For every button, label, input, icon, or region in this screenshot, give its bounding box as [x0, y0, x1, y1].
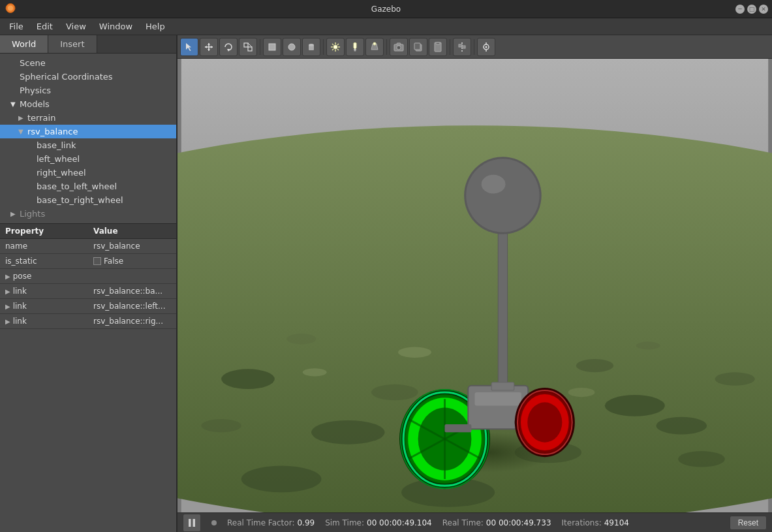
svg-point-60 — [568, 388, 595, 397]
titlebar: Gazebo ─ □ ✕ — [0, 0, 772, 18]
prop-link3-label[interactable]: ▶ link — [0, 314, 88, 328]
tool-directional-light[interactable] — [326, 38, 345, 56]
real-time-label: Real Time: — [442, 518, 484, 527]
tool-spot-light[interactable] — [365, 38, 384, 56]
statusbar: Real Time Factor: 0.99 Sim Time: 00 00:0… — [178, 512, 772, 532]
tab-insert[interactable]: Insert — [48, 35, 97, 53]
tool-camera[interactable] — [390, 38, 408, 56]
toolbar — [178, 35, 772, 59]
tree-label-terrain: terrain — [27, 113, 55, 123]
rtf-label: Real Time Factor: — [227, 518, 294, 527]
svg-rect-36 — [459, 44, 462, 47]
tree-item-physics[interactable]: Physics — [0, 84, 176, 97]
tool-rotate[interactable] — [219, 38, 238, 56]
tool-box[interactable] — [263, 38, 281, 56]
right-panel: Real Time Factor: 0.99 Sim Time: 00 00:0… — [178, 35, 772, 532]
svg-rect-9 — [244, 43, 248, 47]
svg-point-1 — [8, 5, 13, 10]
menu-view[interactable]: View — [59, 20, 93, 33]
tool-paste[interactable] — [429, 38, 447, 56]
prop-link1-value: rsv_balance::ba... — [88, 284, 176, 298]
sim-time-value: 00 00:00:49.104 — [367, 518, 432, 527]
svg-marker-7 — [211, 46, 213, 48]
tree-label-base-link: base_link — [37, 140, 76, 150]
tree-label-models: Models — [20, 99, 50, 109]
svg-rect-12 — [269, 44, 275, 50]
prop-pose-label[interactable]: ▶ pose — [0, 269, 88, 283]
prop-row-link3: ▶ link rsv_balance::rig... — [0, 314, 176, 329]
tree-item-scene[interactable]: Scene — [0, 56, 176, 70]
svg-rect-76 — [445, 424, 472, 432]
tool-point-light[interactable] — [346, 38, 364, 56]
menu-help[interactable]: Help — [139, 20, 172, 33]
svg-point-80 — [466, 159, 539, 232]
svg-point-52 — [371, 384, 418, 401]
tree-item-right-wheel[interactable]: right_wheel — [0, 166, 176, 180]
prop-link2-label[interactable]: ▶ link — [0, 299, 88, 313]
tool-cylinder[interactable] — [302, 38, 320, 56]
tool-scale[interactable] — [239, 38, 257, 56]
tree-item-base-to-right-wheel[interactable]: base_to_right_wheel — [0, 193, 176, 207]
sep5 — [474, 39, 474, 55]
prop-expand-arrow-pose: ▶ — [5, 273, 10, 280]
status-real-time-factor: Real Time Factor: 0.99 — [227, 518, 315, 527]
tool-copy[interactable] — [409, 38, 427, 56]
menu-edit[interactable]: Edit — [30, 20, 59, 33]
tab-bar: World Insert — [0, 35, 176, 54]
tool-translate[interactable] — [200, 38, 218, 56]
minimize-button[interactable]: ─ — [735, 5, 745, 14]
is-static-text: False — [104, 257, 123, 266]
rtf-value: 0.99 — [297, 518, 315, 527]
tree-item-left-wheel[interactable]: left_wheel — [0, 152, 176, 166]
is-static-checkbox[interactable] — [93, 257, 101, 265]
window-controls: ─ □ ✕ — [735, 5, 768, 14]
tree-label-rsv-balance: rsv_balance — [27, 127, 78, 136]
svg-point-16 — [333, 45, 337, 49]
svg-point-81 — [482, 175, 506, 194]
svg-marker-6 — [205, 46, 207, 48]
svg-point-54 — [286, 334, 316, 344]
svg-point-47 — [678, 451, 725, 467]
tree-label-lights: Lights — [20, 209, 45, 219]
tool-align[interactable] — [453, 38, 471, 56]
sep2 — [323, 39, 324, 55]
prop-row-is-static: is_static False — [0, 254, 176, 269]
maximize-button[interactable]: □ — [747, 5, 756, 14]
svg-point-39 — [486, 46, 487, 48]
tree-label-spherical: Spherical Coordinates — [20, 72, 113, 82]
tree-item-terrain[interactable]: ▶ terrain — [0, 111, 176, 125]
tree-item-spherical[interactable]: Spherical Coordinates — [0, 70, 176, 84]
prop-name-value[interactable]: rsv_balance — [88, 239, 176, 253]
tab-world[interactable]: World — [0, 35, 48, 53]
menu-window[interactable]: Window — [93, 20, 139, 33]
tool-select[interactable] — [180, 38, 198, 56]
svg-rect-30 — [397, 43, 401, 45]
tree-item-base-to-left-wheel[interactable]: base_to_left_wheel — [0, 180, 176, 193]
status-iterations: Iterations: 49104 — [562, 518, 629, 527]
menu-file[interactable]: File — [3, 20, 30, 33]
prop-is-static-label: is_static — [0, 254, 88, 268]
reset-button[interactable]: Reset — [730, 516, 767, 530]
tree-item-lights[interactable]: ▶ Lights — [0, 207, 176, 221]
close-button[interactable]: ✕ — [759, 5, 768, 14]
tree-view: Scene Spherical Coordinates Physics ▼ Mo… — [0, 54, 176, 223]
app-title: Gazebo — [371, 5, 401, 14]
tree-item-base-link[interactable]: base_link — [0, 138, 176, 152]
prop-link3-value: rsv_balance::rig... — [88, 314, 176, 328]
svg-point-44 — [221, 369, 275, 389]
tool-snap[interactable] — [477, 38, 495, 56]
tool-sphere[interactable] — [283, 38, 301, 56]
prop-row-pose: ▶ pose — [0, 269, 176, 284]
svg-point-61 — [303, 368, 327, 376]
prop-link1-label[interactable]: ▶ link — [0, 284, 88, 298]
sep4 — [450, 39, 450, 55]
svg-point-46 — [605, 395, 665, 416]
tree-item-rsv-balance[interactable]: ▼ rsv_balance — [0, 125, 176, 138]
tree-item-models[interactable]: ▼ Models — [0, 97, 176, 111]
viewport[interactable] — [178, 59, 772, 512]
pause-button[interactable] — [183, 514, 201, 532]
prop-is-static-value[interactable]: False — [88, 254, 176, 268]
prop-expand-arrow-link2: ▶ — [5, 303, 10, 310]
prop-row-name: name rsv_balance — [0, 239, 176, 254]
tree-arrow-rsv-balance: ▼ — [18, 128, 25, 135]
